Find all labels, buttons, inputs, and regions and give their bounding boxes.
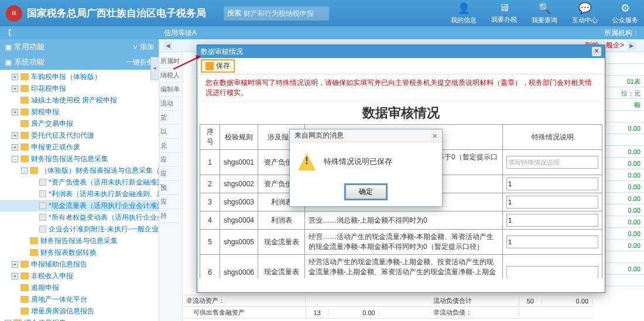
close-icon[interactable]: × — [592, 47, 601, 56]
tree-label: 城镇土地使用税 房产税申报 — [31, 95, 117, 105]
tree-item[interactable]: +印花税申报 — [0, 83, 159, 94]
nav-public[interactable]: ⚙公众服务 — [612, 2, 638, 25]
expand-icon[interactable]: + — [12, 132, 18, 139]
nav-tree: +车购税申报（体验版）+印花税申报城镇土地使用税 房产税申报+契税申报房产交易申… — [0, 70, 159, 321]
tree-item[interactable]: +申报更正或作废 — [0, 141, 159, 153]
modal-titlebar[interactable]: 数据审核情况 × — [197, 45, 605, 58]
file-icon — [39, 214, 46, 221]
credit-grade: 信用等级A — [164, 28, 197, 38]
tree-label: 契税申报 — [31, 107, 59, 117]
note-input[interactable] — [506, 266, 598, 279]
tree-item[interactable]: -（体验版）财务报表报送与信息采集（企业会 — [0, 165, 159, 176]
note-input[interactable] — [506, 196, 598, 209]
tree-label: 房地产一体化平台 — [31, 295, 87, 305]
search-input[interactable] — [244, 9, 326, 18]
modal-warning: 您在数据审核时填写了特殊情况说明，请确保如实填写并已向主管税务机关提交纸质说明材… — [200, 74, 602, 102]
col-seq: 序号 — [200, 125, 220, 150]
table-row: 6shgs0006现金流量表经营活动产生的现金流量净额-上期金额、投资活动产生的… — [200, 255, 602, 279]
tree-label: 申报更正或作废 — [31, 142, 80, 152]
nav-interact[interactable]: 💬互动中心 — [572, 2, 598, 25]
folder-icon — [20, 108, 29, 115]
tree-item[interactable]: 企业会计准则附注-未执行-一般企业-月季 — [0, 223, 159, 235]
tree-item[interactable]: -财务报告报送与信息采集 — [0, 153, 159, 165]
tree-item[interactable]: +非税收入申报 — [0, 270, 159, 282]
tree-item[interactable]: 财务报表数据转换 — [0, 247, 159, 258]
sidebar-section-common[interactable]: ▣ 常用功能 ∨ 添加 — [0, 39, 159, 54]
search-label: 搜索 — [227, 8, 241, 18]
sidebar-collapse-handle[interactable] — [150, 57, 159, 80]
nav-tax[interactable]: 🖥我要办税 — [491, 2, 517, 25]
file-icon — [39, 190, 46, 197]
tree-label: 车购税申报（体验版） — [31, 72, 101, 82]
folder-icon — [20, 73, 29, 80]
tree-item[interactable]: 逾期申报 — [0, 282, 159, 293]
collapse-all-link[interactable]: 一键折叠 — [126, 57, 154, 67]
tree-item[interactable]: 城镇土地使用税 房产税申报 — [0, 94, 159, 106]
tree-item[interactable]: +车购税申报（体验版） — [0, 71, 159, 83]
modal-title-text: 数据审核情况 — [201, 47, 243, 57]
tree-label: 财务报告报送与信息采集 — [40, 236, 118, 246]
bg-left-labels: 所属时纳税人编制单流动货以兑应应预应持 — [159, 52, 183, 321]
tree-label: 综合信息报告 — [24, 318, 66, 322]
tree-item[interactable]: +申报辅助信息报告 — [0, 258, 159, 270]
add-link[interactable]: ∨ 添加 — [132, 42, 154, 52]
save-button[interactable]: 保存 — [201, 59, 235, 73]
header-nav: 👤我的信息 🖥我要办税 🔍我要查询 💬互动中心 ⚙公众服务 — [451, 2, 638, 25]
tree-label: 非税收入申报 — [31, 271, 73, 281]
tree-item[interactable]: 增量房房源信息报告 — [0, 305, 159, 317]
alert-message: 特殊情况说明已保存 — [324, 156, 392, 167]
expand-icon[interactable]: + — [12, 86, 18, 92]
tree-label: 企业会计准则附注-未执行-一般企业-月季 — [49, 224, 159, 234]
tab-prev-icon[interactable]: ◄ — [164, 42, 172, 50]
tree-item[interactable]: +委托代征及代扣代缴 — [0, 129, 159, 141]
tree-item[interactable]: 财务报告报送与信息采集 — [0, 235, 159, 247]
tree-item[interactable]: +契税申报 — [0, 106, 159, 118]
app-title: 国家税务总局广西壮族自治区电子税务局 — [27, 6, 206, 20]
expand-icon[interactable]: + — [12, 109, 18, 115]
note-input[interactable] — [506, 177, 598, 190]
user-icon: 👤 — [451, 2, 477, 15]
expand-icon[interactable]: - — [12, 156, 18, 162]
note-input[interactable] — [506, 214, 598, 227]
tree-item[interactable]: *所有者权益变动表（适用执行企业会计准则 — [0, 211, 159, 223]
folder-icon — [20, 120, 29, 127]
folder-icon — [30, 237, 38, 244]
app-header: 税 国家税务总局广西壮族自治区电子税务局 搜索 👤我的信息 🖥我要办税 🔍我要查… — [0, 0, 644, 26]
tree-label: *现金流量表（适用执行企业会计准则的一般 — [49, 201, 159, 211]
file-icon — [39, 226, 46, 233]
note-input[interactable] — [506, 235, 598, 248]
tree-label: 财务报表数据转换 — [40, 248, 97, 258]
expand-icon[interactable]: + — [12, 144, 18, 151]
expand-icon[interactable]: + — [12, 261, 18, 268]
gear-icon: ⚙ — [612, 2, 638, 15]
sidebar-section-system[interactable]: ▣ 系统功能 一键折叠 — [0, 54, 159, 70]
tree-item[interactable]: +综合信息报告 — [0, 317, 159, 321]
tree-item[interactable]: *现金流量表（适用执行企业会计准则的一般 — [0, 200, 159, 211]
expand-icon[interactable]: + — [12, 273, 18, 279]
nav-my-info[interactable]: 👤我的信息 — [451, 2, 477, 25]
file-icon — [39, 202, 46, 209]
tree-item[interactable]: *资产负债表（适用未执行新金融准则、新收 — [0, 176, 159, 188]
folder-icon — [20, 296, 29, 303]
tree-item[interactable]: *利润表（适用未执行新金融准则、新收入准 — [0, 188, 159, 200]
folder-icon — [20, 284, 29, 291]
tree-label: *利润表（适用未执行新金融准则、新收入准 — [49, 189, 159, 199]
tree-label: *资产负债表（适用未执行新金融准则、新收 — [49, 177, 159, 187]
note-input[interactable] — [506, 156, 598, 169]
alert-titlebar[interactable]: 来自网页的消息 × — [290, 129, 442, 142]
nav-query[interactable]: 🔍我要查询 — [532, 2, 557, 25]
folder-icon — [20, 261, 29, 268]
tree-item[interactable]: 房产交易申报 — [0, 118, 159, 129]
save-icon — [205, 62, 214, 70]
tree-label: 增量房房源信息报告 — [31, 306, 94, 316]
alert-close-icon[interactable]: × — [433, 131, 437, 141]
tab-next-icon[interactable]: ► — [628, 42, 636, 50]
expand-icon[interactable]: - — [21, 168, 28, 174]
col-note: 特殊情况说明 — [503, 125, 602, 150]
ok-button[interactable]: 确定 — [345, 185, 386, 199]
tree-item[interactable]: 房地产一体化平台 — [0, 293, 159, 305]
search-box[interactable]: 搜索 — [224, 6, 329, 21]
folder-icon — [20, 308, 29, 315]
sidebar: ▣ 常用功能 ∨ 添加 ▣ 系统功能 一键折叠 +车购税申报（体验版）+印花税申… — [0, 39, 159, 321]
expand-icon[interactable]: + — [12, 74, 18, 80]
